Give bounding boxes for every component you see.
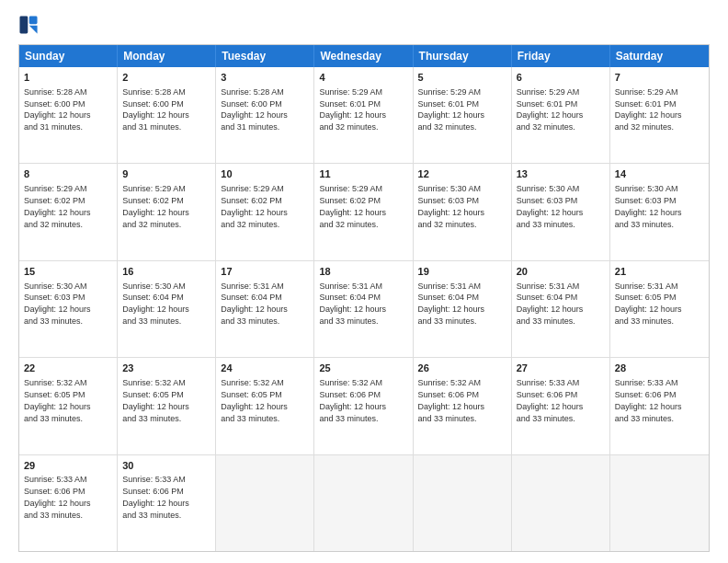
calendar-cell: 6Sunrise: 5:29 AM Sunset: 6:01 PM Daylig…: [512, 67, 610, 163]
day-number: 18: [319, 265, 407, 279]
calendar-cell: 17Sunrise: 5:31 AM Sunset: 6:04 PM Dayli…: [216, 261, 314, 357]
calendar-cell: 20Sunrise: 5:31 AM Sunset: 6:04 PM Dayli…: [512, 261, 610, 357]
calendar-cell: 25Sunrise: 5:32 AM Sunset: 6:06 PM Dayli…: [314, 358, 413, 454]
cell-info: Sunrise: 5:28 AM Sunset: 6:00 PM Dayligh…: [24, 87, 91, 132]
cell-info: Sunrise: 5:31 AM Sunset: 6:04 PM Dayligh…: [517, 282, 584, 326]
day-number: 8: [24, 167, 112, 181]
cell-info: Sunrise: 5:33 AM Sunset: 6:06 PM Dayligh…: [122, 475, 189, 519]
header-wednesday: Wednesday: [314, 45, 413, 67]
calendar-row-4: 22Sunrise: 5:32 AM Sunset: 6:05 PM Dayli…: [19, 357, 709, 454]
cell-info: Sunrise: 5:31 AM Sunset: 6:04 PM Dayligh…: [418, 282, 485, 326]
svg-rect-1: [29, 16, 38, 24]
header-monday: Monday: [118, 45, 216, 67]
calendar-cell: 7Sunrise: 5:29 AM Sunset: 6:01 PM Daylig…: [610, 67, 709, 163]
calendar-cell: 21Sunrise: 5:31 AM Sunset: 6:05 PM Dayli…: [610, 261, 709, 357]
day-number: 4: [319, 71, 407, 85]
calendar-cell: 12Sunrise: 5:30 AM Sunset: 6:03 PM Dayli…: [414, 164, 512, 259]
cell-info: Sunrise: 5:29 AM Sunset: 6:01 PM Dayligh…: [319, 87, 386, 132]
day-number: 11: [319, 167, 407, 181]
cell-info: Sunrise: 5:29 AM Sunset: 6:02 PM Dayligh…: [319, 184, 386, 228]
calendar-cell: 2Sunrise: 5:28 AM Sunset: 6:00 PM Daylig…: [118, 67, 216, 163]
calendar-cell: 1Sunrise: 5:28 AM Sunset: 6:00 PM Daylig…: [19, 67, 118, 163]
calendar-cell: 8Sunrise: 5:29 AM Sunset: 6:02 PM Daylig…: [19, 164, 118, 259]
general-blue-icon: [18, 15, 39, 35]
calendar-cell: 24Sunrise: 5:32 AM Sunset: 6:05 PM Dayli…: [216, 358, 314, 454]
calendar-cell: 18Sunrise: 5:31 AM Sunset: 6:04 PM Dayli…: [314, 261, 413, 357]
calendar-header: SundayMondayTuesdayWednesdayThursdayFrid…: [19, 45, 709, 67]
cell-info: Sunrise: 5:29 AM Sunset: 6:01 PM Dayligh…: [517, 87, 584, 132]
calendar-cell: 29Sunrise: 5:33 AM Sunset: 6:06 PM Dayli…: [19, 455, 118, 551]
day-number: 14: [615, 167, 704, 181]
cell-info: Sunrise: 5:32 AM Sunset: 6:05 PM Dayligh…: [122, 378, 189, 422]
logo: [18, 15, 40, 35]
cell-info: Sunrise: 5:32 AM Sunset: 6:06 PM Dayligh…: [418, 378, 485, 422]
page: SundayMondayTuesdayWednesdayThursdayFrid…: [0, 0, 728, 563]
day-number: 25: [319, 362, 407, 375]
cell-info: Sunrise: 5:33 AM Sunset: 6:06 PM Dayligh…: [24, 475, 91, 519]
day-number: 7: [615, 71, 704, 85]
calendar-cell: 30Sunrise: 5:33 AM Sunset: 6:06 PM Dayli…: [118, 455, 216, 551]
day-number: 6: [517, 71, 605, 85]
calendar-cell: [610, 455, 709, 551]
header-saturday: Saturday: [610, 45, 709, 67]
calendar-cell: 27Sunrise: 5:33 AM Sunset: 6:06 PM Dayli…: [512, 358, 610, 454]
calendar-row-1: 1Sunrise: 5:28 AM Sunset: 6:00 PM Daylig…: [19, 67, 709, 163]
header-friday: Friday: [512, 45, 610, 67]
calendar-body: 1Sunrise: 5:28 AM Sunset: 6:00 PM Daylig…: [19, 67, 709, 551]
day-number: 29: [24, 459, 112, 473]
header: [18, 15, 710, 35]
calendar-cell: 28Sunrise: 5:33 AM Sunset: 6:06 PM Dayli…: [610, 358, 709, 454]
cell-info: Sunrise: 5:31 AM Sunset: 6:04 PM Dayligh…: [319, 282, 386, 326]
calendar-row-5: 29Sunrise: 5:33 AM Sunset: 6:06 PM Dayli…: [19, 454, 709, 551]
day-number: 13: [517, 167, 605, 181]
calendar-row-3: 15Sunrise: 5:30 AM Sunset: 6:03 PM Dayli…: [19, 260, 709, 357]
day-number: 2: [122, 71, 210, 85]
cell-info: Sunrise: 5:30 AM Sunset: 6:03 PM Dayligh…: [418, 184, 485, 228]
cell-info: Sunrise: 5:29 AM Sunset: 6:01 PM Dayligh…: [615, 87, 682, 132]
header-tuesday: Tuesday: [216, 45, 314, 67]
day-number: 9: [122, 167, 210, 181]
cell-info: Sunrise: 5:30 AM Sunset: 6:03 PM Dayligh…: [24, 282, 91, 326]
day-number: 22: [24, 362, 112, 375]
cell-info: Sunrise: 5:33 AM Sunset: 6:06 PM Dayligh…: [615, 378, 682, 422]
day-number: 20: [517, 265, 605, 279]
calendar-cell: [512, 455, 610, 551]
day-number: 28: [615, 362, 704, 375]
calendar-cell: 9Sunrise: 5:29 AM Sunset: 6:02 PM Daylig…: [118, 164, 216, 259]
calendar-cell: [414, 455, 512, 551]
svg-rect-0: [19, 16, 28, 33]
day-number: 1: [24, 71, 112, 85]
cell-info: Sunrise: 5:30 AM Sunset: 6:04 PM Dayligh…: [122, 282, 189, 326]
day-number: 21: [615, 265, 704, 279]
svg-marker-2: [29, 26, 38, 34]
calendar-cell: 4Sunrise: 5:29 AM Sunset: 6:01 PM Daylig…: [314, 67, 413, 163]
cell-info: Sunrise: 5:33 AM Sunset: 6:06 PM Dayligh…: [517, 378, 584, 422]
day-number: 17: [221, 265, 309, 279]
day-number: 3: [221, 71, 309, 85]
header-sunday: Sunday: [19, 45, 118, 67]
day-number: 15: [24, 265, 112, 279]
calendar-cell: 13Sunrise: 5:30 AM Sunset: 6:03 PM Dayli…: [512, 164, 610, 259]
cell-info: Sunrise: 5:30 AM Sunset: 6:03 PM Dayligh…: [615, 184, 682, 228]
day-number: 5: [418, 71, 506, 85]
calendar-cell: 23Sunrise: 5:32 AM Sunset: 6:05 PM Dayli…: [118, 358, 216, 454]
calendar-cell: 3Sunrise: 5:28 AM Sunset: 6:00 PM Daylig…: [216, 67, 314, 163]
header-thursday: Thursday: [414, 45, 512, 67]
calendar-cell: 14Sunrise: 5:30 AM Sunset: 6:03 PM Dayli…: [610, 164, 709, 259]
calendar-cell: [314, 455, 413, 551]
cell-info: Sunrise: 5:31 AM Sunset: 6:05 PM Dayligh…: [615, 282, 682, 326]
cell-info: Sunrise: 5:29 AM Sunset: 6:01 PM Dayligh…: [418, 87, 485, 132]
cell-info: Sunrise: 5:29 AM Sunset: 6:02 PM Dayligh…: [221, 184, 288, 228]
calendar-cell: [216, 455, 314, 551]
day-number: 30: [122, 459, 210, 473]
cell-info: Sunrise: 5:29 AM Sunset: 6:02 PM Dayligh…: [24, 184, 91, 228]
calendar-cell: 19Sunrise: 5:31 AM Sunset: 6:04 PM Dayli…: [414, 261, 512, 357]
day-number: 10: [221, 167, 309, 181]
calendar-cell: 11Sunrise: 5:29 AM Sunset: 6:02 PM Dayli…: [314, 164, 413, 259]
calendar-cell: 5Sunrise: 5:29 AM Sunset: 6:01 PM Daylig…: [414, 67, 512, 163]
cell-info: Sunrise: 5:32 AM Sunset: 6:05 PM Dayligh…: [24, 378, 91, 422]
cell-info: Sunrise: 5:29 AM Sunset: 6:02 PM Dayligh…: [122, 184, 189, 228]
calendar-cell: 16Sunrise: 5:30 AM Sunset: 6:04 PM Dayli…: [118, 261, 216, 357]
cell-info: Sunrise: 5:32 AM Sunset: 6:06 PM Dayligh…: [319, 378, 386, 422]
cell-info: Sunrise: 5:32 AM Sunset: 6:05 PM Dayligh…: [221, 378, 288, 422]
